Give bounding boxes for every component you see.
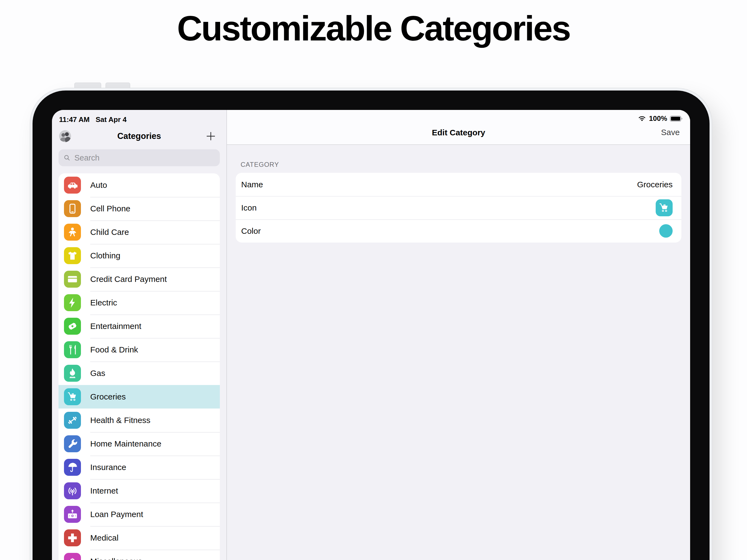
save-button[interactable]: Save [660,127,681,137]
category-label: Home Maintenance [90,439,161,449]
list-item[interactable]: Cell Phone [58,197,220,221]
status-bar-right: 100% [638,114,683,123]
category-label: Child Care [90,228,129,237]
search-field[interactable] [58,149,220,166]
status-time: 11:47 AM [59,116,90,124]
list-item[interactable]: Auto [58,173,220,197]
tshirt-icon [64,247,81,264]
category-label: Entertainment [90,322,141,331]
credit-card-icon [64,271,81,288]
banknote-icon [64,506,81,523]
category-label: Internet [90,486,118,495]
category-label: Cell Phone [90,204,130,213]
add-category-button[interactable] [205,130,217,143]
category-label: Health & Fitness [90,416,150,425]
list-item[interactable]: Insurance [58,456,220,479]
cart-icon [64,388,81,405]
wrench-icon [64,435,81,452]
phone-icon [64,200,81,217]
detail-pane: 100% Edit Category Save CATEGORY Name Gr… [227,110,690,560]
baby-icon [64,224,81,240]
category-list: AutoCell PhoneChild CareClothingCredit C… [58,173,220,560]
icon-row[interactable]: Icon [236,196,681,219]
status-bar-left: 11:47 AM Sat Apr 4 [52,110,226,126]
category-label: Credit Card Payment [90,275,167,284]
medical-cross-icon [64,529,81,546]
name-value[interactable]: Groceries [637,180,673,189]
list-item[interactable]: Credit Card Payment [58,268,220,291]
search-input[interactable] [74,153,215,163]
list-item[interactable]: Internet [58,479,220,503]
page-title: Customizable Categories [0,8,747,48]
detail-nav-bar: 100% Edit Category Save [227,110,690,145]
ticket-icon [64,318,81,335]
category-label: Food & Drink [90,345,138,354]
list-item[interactable]: Home Maintenance [58,432,220,456]
category-label: Auto [90,180,107,190]
umbrella-icon [64,459,81,476]
wifi-icon [638,116,646,122]
category-label: Electric [90,298,117,307]
sidebar: 11:47 AM Sat Apr 4 Categories AutoCell P… [52,110,226,560]
color-swatch[interactable] [659,224,673,238]
icon-label: Icon [241,203,257,212]
category-label: Groceries [90,392,126,401]
name-label: Name [241,180,263,189]
name-row[interactable]: Name Groceries [236,173,681,196]
list-item[interactable]: Food & Drink [58,338,220,361]
dollar-icon: $ [64,553,81,560]
section-label: CATEGORY [241,161,690,169]
category-label: Clothing [90,251,120,260]
sidebar-title: Categories [52,131,226,141]
color-row[interactable]: Color [236,219,681,243]
list-item[interactable]: Health & Fitness [58,408,220,432]
list-item[interactable]: Electric [58,291,220,314]
category-label: Insurance [90,463,126,472]
flame-icon [64,365,81,382]
icon-chip[interactable] [656,199,673,216]
list-item[interactable]: Clothing [58,244,220,268]
status-date: Sat Apr 4 [96,116,127,124]
list-item[interactable]: Loan Payment [58,503,220,526]
sidebar-header: Categories [52,126,226,146]
category-form: Name Groceries Icon Color [236,173,681,243]
bolt-icon [64,294,81,311]
car-icon [64,177,81,194]
list-item[interactable]: $Miscellaneous [58,550,220,560]
category-label: Miscellaneous [90,557,142,560]
list-item[interactable]: Groceries [58,385,220,408]
utensils-icon [64,341,81,358]
category-label: Medical [90,533,119,542]
list-item[interactable]: Entertainment [58,314,220,338]
color-label: Color [241,226,261,236]
dumbbell-icon [64,412,81,429]
category-label: Loan Payment [90,510,143,519]
category-label: Gas [90,368,105,378]
detail-title: Edit Category [227,128,690,137]
battery-percent: 100% [649,114,667,123]
antenna-icon [64,482,81,499]
battery-icon [670,116,682,122]
list-item[interactable]: Child Care [58,221,220,244]
list-item[interactable]: Gas [58,361,220,385]
search-icon [63,154,71,162]
svg-text:$: $ [70,557,75,560]
list-item[interactable]: Medical [58,526,220,550]
app-screen: 11:47 AM Sat Apr 4 Categories AutoCell P… [52,110,690,560]
ipad-device-frame: 11:47 AM Sat Apr 4 Categories AutoCell P… [30,88,712,560]
